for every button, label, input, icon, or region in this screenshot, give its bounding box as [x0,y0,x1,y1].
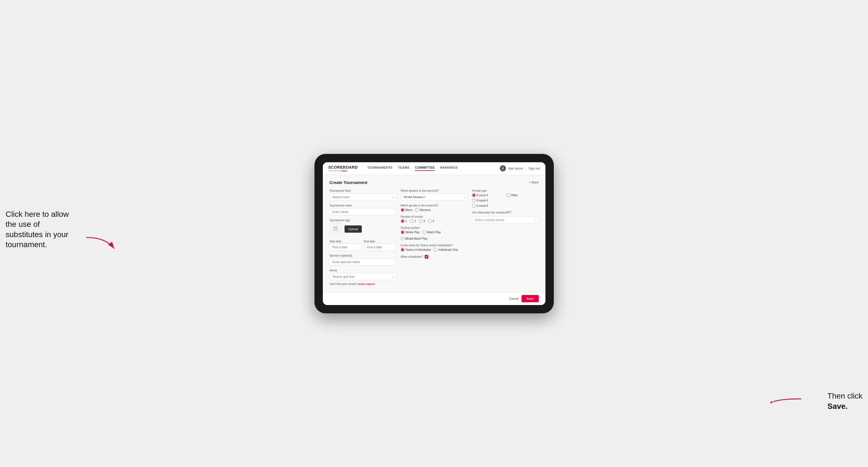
nav-bar: SCOREBOARD Powered by clippd TOURNAMENTS… [323,162,546,175]
scoring-system-radio-group: Stroke Play Match Play Medal Match Play [401,230,468,241]
tournament-name-group: Tournament name [330,204,396,215]
scoring-api-label: Use third-party live scoring API? [472,211,539,214]
format-type-radio-group: 5 count 4 Other 6 count 4 [472,193,539,208]
round-4[interactable]: 4 [428,219,434,223]
gender-group: Which gender is the event for? Mens Wome… [401,204,468,212]
rounds-group: Number of rounds 1 2 [401,215,468,223]
division-group: Which division is the event for? NCAA Di… [401,189,468,201]
allow-substitutes-checkbox-label[interactable]: Allow substitutes? [401,255,468,258]
cancel-button[interactable]: Cancel [509,297,519,300]
start-date-label: Start date [330,240,341,243]
gender-mens-label: Mens [405,209,412,212]
tournament-host-group: Tournament Host [330,189,396,201]
tournament-logo-group: Tournament logo 🖼 Upload [330,219,396,235]
main-content: Create Tournament < Back Tournament Host… [323,175,546,292]
venue-input[interactable] [330,273,396,280]
date-row: Start date End date [330,239,396,251]
arrow-right-icon [771,391,804,407]
tournament-host-input[interactable] [330,193,396,201]
scoring-api-select[interactable]: Select a scoring service [472,216,539,224]
logo-placeholder: 🖼 [330,223,342,235]
event-for-group: Is this event for Teams and/or Individua… [401,244,468,252]
end-date-group: End date [364,239,396,251]
rounds-radio-group: 1 2 3 4 [401,219,468,223]
event-teams[interactable]: Teams (+Individuals) [401,248,431,252]
annotation-right: Then click Save. [827,391,862,411]
end-date-input[interactable] [364,244,396,251]
tablet-screen: SCOREBOARD Powered by clippd TOURNAMENTS… [323,162,546,305]
tournament-host-label: Tournament Host [330,189,396,192]
date-group: Start date End date [330,239,396,251]
venue-select-wrapper [330,273,396,280]
round-1[interactable]: 1 [401,219,407,223]
nav-rankings[interactable]: RANKINGS [440,166,458,171]
sponsor-input[interactable] [330,258,396,266]
logo-powered: Powered by clippd [329,169,358,172]
tournament-logo-label: Tournament logo [330,219,396,222]
allow-substitutes-checkbox[interactable] [425,255,428,258]
sponsor-group: Sponsor (optional) [330,254,396,266]
scoring-system-label: Scoring system [401,226,468,229]
venue-hint: Can't find your venue? email support [330,282,396,285]
rounds-label: Number of rounds [401,215,468,218]
form-grid: Tournament Host Tournament name Tourname… [330,189,539,285]
division-label: Which division is the event for? [401,189,468,192]
gender-mens[interactable]: Mens [401,208,412,212]
sign-out-button[interactable]: Sign out [528,167,539,170]
start-date-input[interactable] [330,244,362,251]
format-type-group: Format type 5 count 4 Other [472,189,539,208]
event-for-radio-group: Teams (+Individuals) Individuals Only [401,248,468,252]
start-date-group: Start date [330,239,362,251]
annotation-left: Click here to allow the use of substitut… [6,209,78,250]
sponsor-label: Sponsor (optional) [330,254,396,257]
back-button[interactable]: < Back [529,181,539,184]
nav-tournaments[interactable]: TOURNAMENTS [367,166,393,171]
format-type-label: Format type [472,189,539,192]
tournament-name-input[interactable] [330,208,396,215]
scoring-match-play[interactable]: Match Play [423,230,441,234]
allow-substitutes-label: Allow substitutes? [401,255,423,258]
event-for-label: Is this event for Teams and/or Individua… [401,244,468,247]
format-6count4[interactable]: 6 count 4 [472,199,504,202]
scoring-api-select-wrapper: Select a scoring service [472,216,539,224]
email-support-link[interactable]: email support [358,282,375,285]
tablet-frame: SCOREBOARD Powered by clippd TOURNAMENTS… [314,154,554,313]
scoring-stroke-play[interactable]: Stroke Play [401,230,420,234]
venue-label: Venue [330,269,396,272]
user-name: blair admin [508,167,523,170]
upload-button[interactable]: Upload [344,225,362,233]
scoring-system-group: Scoring system Stroke Play Match Play [401,226,468,241]
avatar: B [500,165,506,172]
gender-womens[interactable]: Womens [415,208,431,212]
scoring-api-group: Use third-party live scoring API? Select… [472,211,539,224]
form-col-3: Format type 5 count 4 Other [472,189,539,285]
gender-womens-label: Womens [420,209,431,212]
event-individuals[interactable]: Individuals Only [434,248,458,252]
round-2[interactable]: 2 [410,219,416,223]
content-header: Create Tournament < Back [330,180,539,185]
tournament-host-select-wrapper [330,193,396,201]
division-select[interactable]: NCAA Division I NCAA Division II NCAA Di… [401,193,468,201]
round-3[interactable]: 3 [419,219,425,223]
scoring-medal-match-play[interactable]: Medal Match Play [401,237,428,241]
nav-user: B blair admin | Sign out [500,165,539,172]
format-5count4[interactable]: 5 count 4 [472,193,504,197]
gender-label: Which gender is the event for? [401,204,468,207]
logo-upload-area: 🖼 Upload [330,223,396,235]
form-footer: Cancel Save [323,292,546,305]
save-button[interactable]: Save [522,295,539,302]
logo-scoreboard: SCOREBOARD [329,165,358,169]
nav-teams[interactable]: TEAMS [398,166,409,171]
nav-committee[interactable]: COMMITTEE [415,166,435,171]
venue-group: Venue Can't find your venue? email suppo… [330,269,396,285]
format-6count5[interactable]: 6 count 5 [472,204,504,208]
format-other[interactable]: Other [506,193,539,197]
form-col-1: Tournament Host Tournament name Tourname… [330,189,396,285]
arrow-left-icon [84,232,117,254]
gender-radio-group: Mens Womens [401,208,468,212]
division-select-wrapper: NCAA Division I NCAA Division II NCAA Di… [401,193,468,201]
end-date-label: End date [364,240,375,243]
page-title: Create Tournament [330,180,367,185]
allow-substitutes-group: Allow substitutes? [401,255,468,258]
nav-items: TOURNAMENTS TEAMS COMMITTEE RANKINGS [367,166,493,171]
